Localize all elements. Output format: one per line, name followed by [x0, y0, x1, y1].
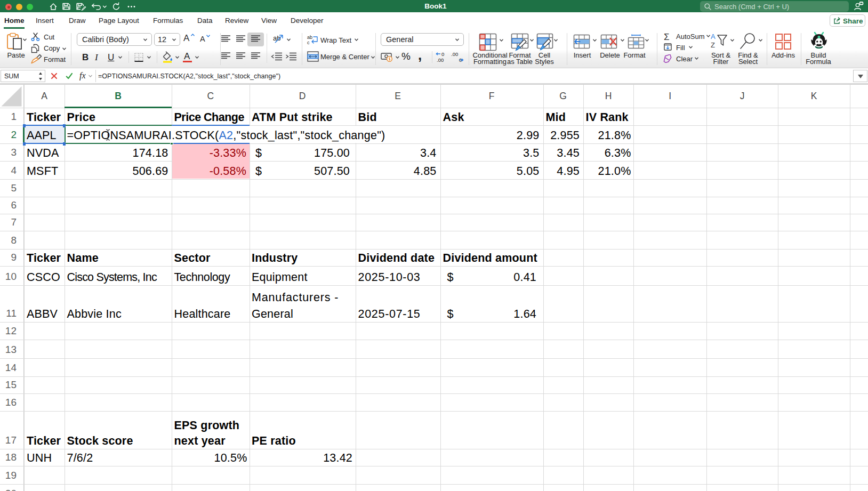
svg-text:c: c [307, 40, 310, 45]
svg-text:A: A [711, 33, 716, 41]
svg-text:.00: .00 [437, 57, 444, 63]
svg-text:0: 0 [441, 51, 444, 57]
svg-text:ab: ab [307, 35, 312, 40]
svg-text:.00: .00 [451, 51, 458, 57]
svg-text:Z: Z [711, 41, 715, 49]
